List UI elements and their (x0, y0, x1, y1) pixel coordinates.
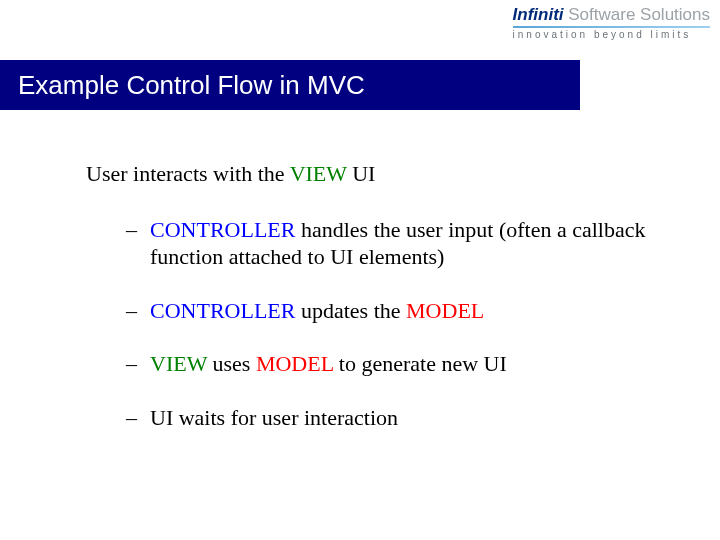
bullet-text: UI waits for user interaction (150, 405, 398, 430)
list-item: CONTROLLER handles the user input (often… (126, 216, 660, 271)
view-word: VIEW (150, 351, 207, 376)
lead-line: User interacts with the VIEW UI (86, 160, 660, 188)
title-bar: Example Control Flow in MVC (0, 60, 580, 110)
controller-word: CONTROLLER (150, 298, 295, 323)
logo-title: Infiniti Software Solutions (513, 6, 710, 23)
lead-suffix: UI (347, 161, 376, 186)
list-item: VIEW uses MODEL to generate new UI (126, 350, 660, 378)
bullet-list: CONTROLLER handles the user input (often… (126, 216, 660, 432)
company-logo: Infiniti Software Solutions innovation b… (513, 6, 710, 40)
slide: Infiniti Software Solutions innovation b… (0, 0, 720, 540)
bullet-text: updates the (295, 298, 406, 323)
logo-divider (513, 26, 710, 28)
lead-prefix: User interacts with the (86, 161, 290, 186)
logo-brand: Infiniti (513, 5, 564, 24)
controller-word: CONTROLLER (150, 217, 295, 242)
bullet-text: uses (207, 351, 256, 376)
model-word: MODEL (406, 298, 484, 323)
list-item: UI waits for user interaction (126, 404, 660, 432)
page-title: Example Control Flow in MVC (18, 70, 365, 101)
logo-tagline: innovation beyond limits (513, 30, 710, 40)
lead-view: VIEW (290, 161, 347, 186)
logo-rest: Software Solutions (564, 5, 710, 24)
list-item: CONTROLLER updates the MODEL (126, 297, 660, 325)
body-content: User interacts with the VIEW UI CONTROLL… (86, 160, 660, 457)
bullet-text: to generate new UI (333, 351, 506, 376)
model-word: MODEL (256, 351, 333, 376)
